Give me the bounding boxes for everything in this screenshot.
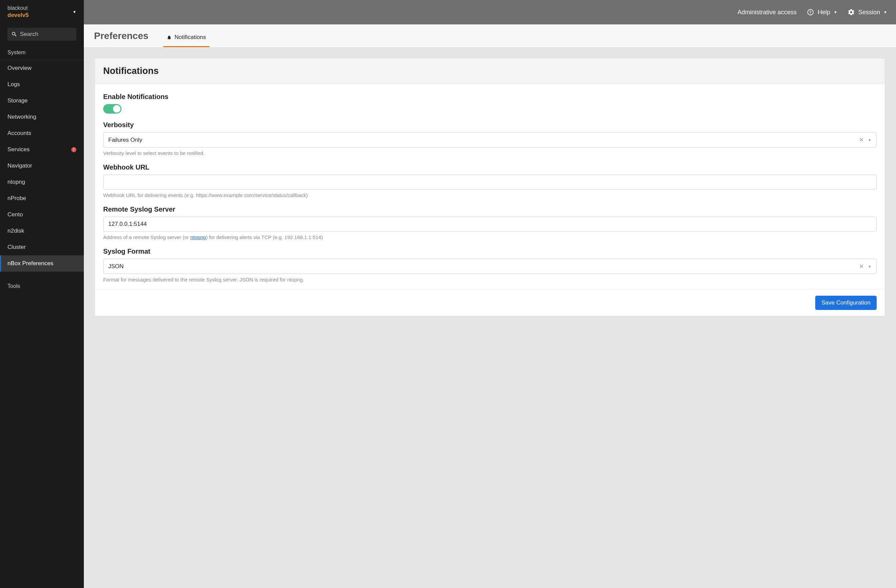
sidebar-item-nbox-preferences[interactable]: nBox Preferences (0, 255, 84, 272)
help-menu[interactable]: Help ▼ (807, 9, 837, 16)
sidebar-item-services[interactable]: Services ! (0, 141, 84, 158)
sidebar-item-storage[interactable]: Storage (0, 93, 84, 109)
sidebar-item-cluster[interactable]: Cluster (0, 239, 84, 255)
chevron-down-icon[interactable]: ▼ (868, 264, 872, 269)
sidebar-item-label: ntopng (8, 179, 25, 185)
sidebar-item-label: Cento (8, 211, 23, 218)
verbosity-help: Verbosity level to select events to be n… (103, 150, 877, 156)
topbar: Administrative access Help ▼ Session ▼ (84, 0, 896, 24)
session-menu[interactable]: Session ▼ (847, 9, 887, 16)
chevron-down-icon[interactable]: ▼ (73, 10, 76, 14)
syslog-server-input[interactable] (103, 217, 877, 232)
toggle-knob (113, 105, 120, 112)
tab-label: Notifications (174, 34, 206, 41)
sidebar-header[interactable]: blackout develv5 ▼ (0, 0, 84, 24)
sidebar-item-label: Accounts (8, 130, 31, 137)
webhook-input[interactable] (103, 175, 877, 190)
notifications-card: Notifications Enable Notifications Verbo… (95, 58, 885, 316)
syslog-server-label: Remote Syslog Server (103, 205, 877, 213)
page-title: Preferences (94, 30, 148, 41)
card-footer: Save Configuration (95, 289, 885, 316)
host-label: blackout (8, 5, 29, 11)
sidebar-item-label: Services (8, 146, 29, 153)
sidebar-section-tools: Tools (0, 280, 84, 293)
chevron-down-icon[interactable]: ▼ (868, 138, 872, 142)
sidebar-item-label: nProbe (8, 195, 26, 202)
sidebar-item-label: Navigator (8, 163, 32, 169)
verbosity-select[interactable]: Failures Only ✕ ▼ (103, 132, 877, 147)
enable-notifications-label: Enable Notifications (103, 93, 877, 101)
sidebar-item-networking[interactable]: Networking (0, 109, 84, 125)
admin-access-button[interactable]: Administrative access (738, 9, 797, 16)
sidebar-item-navigator[interactable]: Navigator (0, 158, 84, 174)
card-title: Notifications (103, 66, 877, 76)
clear-icon[interactable]: ✕ (859, 263, 864, 270)
verbosity-label: Verbosity (103, 121, 877, 129)
question-circle-icon (807, 9, 814, 16)
bell-icon (167, 35, 172, 40)
sidebar-item-n2disk[interactable]: n2disk (0, 223, 84, 239)
sidebar-item-label: nBox Preferences (8, 260, 53, 267)
sidebar-item-label: Networking (8, 114, 36, 120)
syslog-format-select[interactable]: JSON ✕ ▼ (103, 259, 877, 274)
webhook-label: Webhook URL (103, 163, 877, 171)
search-icon (11, 31, 17, 37)
admin-access-label: Administrative access (738, 9, 797, 16)
help-label: Help (818, 9, 830, 16)
sidebar-item-label: Cluster (8, 244, 26, 251)
syslog-server-help: Address of a remote Syslog server (or nt… (103, 234, 877, 240)
sidebar-item-label: Storage (8, 97, 28, 104)
sidebar-item-label: n2disk (8, 228, 24, 234)
save-configuration-button[interactable]: Save Configuration (815, 296, 877, 310)
card-header: Notifications (95, 58, 885, 84)
syslog-format-value: JSON (108, 263, 123, 270)
verbosity-value: Failures Only (108, 137, 142, 143)
search-placeholder: Search (20, 31, 38, 38)
syslog-format-label: Syslog Format (103, 248, 877, 255)
enable-notifications-toggle[interactable] (103, 104, 122, 114)
tab-notifications[interactable]: Notifications (163, 28, 209, 47)
gear-icon (847, 9, 855, 16)
sidebar-item-label: Overview (8, 65, 32, 71)
webhook-help: Webhook URL for delivering events (e.g. … (103, 192, 877, 198)
clear-icon[interactable]: ✕ (859, 136, 864, 143)
syslog-format-help: Format for messages delivered to the rem… (103, 277, 877, 283)
sidebar-item-label: Logs (8, 81, 20, 88)
sidebar-item-ntopng[interactable]: ntopng (0, 174, 84, 190)
search-input[interactable]: Search (8, 28, 76, 41)
sidebar-item-accounts[interactable]: Accounts (0, 125, 84, 141)
syslog-help-post: ) for delivering alerts via TCP (e.g. 19… (206, 234, 323, 240)
env-label: develv5 (8, 12, 29, 19)
sidebar-item-logs[interactable]: Logs (0, 76, 84, 93)
sidebar-item-cento[interactable]: Cento (0, 207, 84, 223)
ntopng-link[interactable]: ntopng (190, 234, 206, 240)
tabs-row: Preferences Notifications (84, 24, 896, 47)
chevron-down-icon: ▼ (834, 10, 837, 14)
sidebar-item-overview[interactable]: Overview (0, 60, 84, 76)
chevron-down-icon: ▼ (884, 10, 887, 14)
session-label: Session (858, 9, 880, 16)
syslog-help-pre: Address of a remote Syslog server (or (103, 234, 190, 240)
sidebar: blackout develv5 ▼ Search System Overvie… (0, 0, 84, 588)
sidebar-section-system: System (0, 47, 84, 60)
alert-badge-icon: ! (71, 147, 76, 152)
sidebar-item-nprobe[interactable]: nProbe (0, 190, 84, 207)
